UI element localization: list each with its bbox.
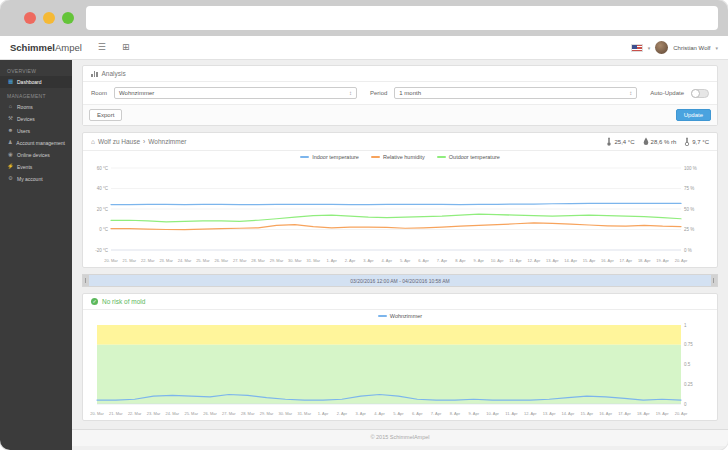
user-caret-icon[interactable]: ▾ — [715, 45, 718, 51]
svg-text:28. Mar: 28. Mar — [241, 411, 255, 416]
svg-text:1. Apr: 1. Apr — [326, 258, 337, 263]
svg-text:40 °C: 40 °C — [97, 186, 109, 191]
sidebar-item-account-management[interactable]: ♟Account management — [0, 137, 72, 149]
svg-text:19. Apr: 19. Apr — [656, 258, 669, 263]
legend-item[interactable]: Relative humidity — [371, 154, 425, 160]
svg-text:8. Apr: 8. Apr — [455, 258, 466, 263]
brand-logo[interactable]: SchimmelAmpel — [10, 42, 82, 53]
indoor-thermometer-icon — [606, 137, 612, 146]
user-avatar[interactable] — [655, 41, 668, 54]
svg-text:60 °C: 60 °C — [97, 166, 109, 171]
svg-text:23. Mar: 23. Mar — [159, 258, 173, 263]
svg-text:25 %: 25 % — [684, 227, 694, 232]
sidebar-item-dashboard[interactable]: ▦Dashboard — [0, 76, 72, 88]
legend-label: Relative humidity — [383, 154, 425, 160]
period-select-value: 1 month — [399, 90, 421, 96]
navigator-left-handle[interactable] — [83, 275, 89, 286]
measurement-chart: 60 °C100 %40 °C75 %20 °C50 %0 °C25 %-20 … — [83, 161, 717, 267]
close-window-button[interactable] — [24, 12, 36, 24]
svg-text:12. Apr: 12. Apr — [524, 411, 537, 416]
indoor-temp-value: 25,4 °C — [614, 139, 634, 145]
room-label: Room — [91, 90, 107, 96]
navigator-right-handle[interactable] — [711, 275, 717, 286]
address-bar[interactable] — [86, 6, 718, 30]
svg-text:10. Apr: 10. Apr — [486, 411, 499, 416]
online-devices-icon: ◉ — [7, 152, 14, 158]
sidebar-section-label: OVERVIEW — [0, 63, 72, 76]
my-account-icon: ⚙ — [7, 176, 14, 182]
outdoor-thermometer-icon — [684, 137, 690, 146]
sidebar-item-events[interactable]: ⚡Events — [0, 161, 72, 173]
language-flag-icon[interactable] — [631, 44, 643, 52]
export-button[interactable]: Export — [89, 109, 122, 121]
legend-item[interactable]: Indoor temperature — [300, 154, 359, 160]
svg-text:31. Mar: 31. Mar — [306, 258, 320, 263]
menu-toggle-icon[interactable]: ☰ — [98, 43, 106, 52]
svg-text:26. Mar: 26. Mar — [203, 411, 217, 416]
svg-text:6. Apr: 6. Apr — [412, 411, 423, 416]
outdoor-temp-value: 9,7 °C — [692, 139, 709, 145]
account-management-icon: ♟ — [7, 140, 13, 146]
devices-icon: ⚒ — [7, 116, 14, 122]
sidebar-item-my-account[interactable]: ⚙My account — [0, 173, 72, 185]
svg-text:9. Apr: 9. Apr — [474, 258, 485, 263]
svg-text:16. Apr: 16. Apr — [601, 258, 614, 263]
browser-chrome — [0, 0, 728, 36]
analysis-title: Analysis — [102, 70, 126, 77]
room-select[interactable]: Wohnzimmer ↕ — [114, 87, 357, 99]
breadcrumb-home[interactable]: Wolf zu Hause — [98, 138, 140, 145]
main-content: Analysis Room Wohnzimmer ↕ Period 1 mont… — [72, 60, 728, 450]
svg-text:20. Mar: 20. Mar — [90, 411, 104, 416]
legend-item[interactable]: Outdoor temperature — [437, 154, 500, 160]
update-button[interactable]: Update — [676, 109, 711, 121]
mold-panel-header: ✓ No risk of mold — [83, 294, 717, 310]
mold-chart: 10.750.50.25020. Mar21. Mar22. Mar23. Ma… — [83, 320, 717, 420]
sidebar-item-label: Account management — [16, 140, 65, 146]
navigator-range-label: 03/20/2016 12:00 AM - 04/20/2016 10:58 A… — [350, 278, 450, 284]
auto-update-toggle[interactable] — [691, 89, 709, 98]
svg-text:7. Apr: 7. Apr — [431, 411, 442, 416]
room-select-value: Wohnzimmer — [119, 90, 154, 96]
svg-text:0 %: 0 % — [684, 248, 692, 253]
window-controls — [24, 12, 74, 24]
topbar-right: ▾ Christian Wolf ▾ — [631, 41, 718, 54]
sidebar-item-users[interactable]: ☻Users — [0, 125, 72, 137]
select-stepper-icon: ↕ — [349, 90, 352, 96]
humidity-value: 28,6 % rh — [651, 139, 677, 145]
svg-text:24. Mar: 24. Mar — [166, 411, 180, 416]
breadcrumb: ⌂ Wolf zu Hause › Wohnzimmer — [91, 138, 186, 145]
users-icon: ☻ — [7, 128, 14, 134]
analysis-controls: Room Wohnzimmer ↕ Period 1 month ↕ Auto-… — [83, 82, 717, 104]
svg-text:4. Apr: 4. Apr — [374, 411, 385, 416]
minimize-window-button[interactable] — [43, 12, 55, 24]
sidebar-item-devices[interactable]: ⚒Devices — [0, 113, 72, 125]
analysis-chart-icon — [91, 71, 98, 77]
svg-text:4. Apr: 4. Apr — [382, 258, 393, 263]
svg-text:14. Apr: 14. Apr — [564, 258, 577, 263]
user-menu[interactable]: Christian Wolf — [673, 45, 710, 51]
svg-text:17. Apr: 17. Apr — [619, 258, 632, 263]
home-icon: ⌂ — [91, 138, 95, 145]
analysis-panel-header: Analysis — [83, 66, 717, 82]
language-caret-icon[interactable]: ▾ — [648, 45, 651, 51]
svg-text:1. Apr: 1. Apr — [318, 411, 329, 416]
toggle-knob — [691, 89, 700, 98]
zoom-window-button[interactable] — [62, 12, 74, 24]
svg-text:20. Mar: 20. Mar — [104, 258, 118, 263]
apps-grid-icon[interactable]: ⊞ — [122, 43, 130, 52]
sidebar-item-online-devices[interactable]: ◉Online devices — [0, 149, 72, 161]
app-topbar: SchimmelAmpel ☰ ⊞ ▾ Christian Wolf ▾ — [0, 36, 728, 60]
period-select[interactable]: 1 month ↕ — [394, 87, 637, 99]
chart-canvas: 10.750.50.25020. Mar21. Mar22. Mar23. Ma… — [86, 320, 712, 418]
breadcrumb-room[interactable]: Wohnzimmer — [148, 138, 186, 145]
svg-text:14. Apr: 14. Apr — [562, 411, 575, 416]
svg-text:100 %: 100 % — [684, 166, 697, 171]
svg-text:2. Apr: 2. Apr — [337, 411, 348, 416]
sidebar-item-rooms[interactable]: ⌂Rooms — [0, 101, 72, 113]
svg-text:30. Mar: 30. Mar — [279, 411, 293, 416]
svg-text:29. Mar: 29. Mar — [270, 258, 284, 263]
svg-text:13. Apr: 13. Apr — [543, 411, 556, 416]
svg-text:3. Apr: 3. Apr — [363, 258, 374, 263]
legend-item[interactable]: Wohnzimmer — [378, 313, 422, 319]
navigator-selected-range[interactable]: 03/20/2016 12:00 AM - 04/20/2016 10:58 A… — [89, 275, 711, 286]
